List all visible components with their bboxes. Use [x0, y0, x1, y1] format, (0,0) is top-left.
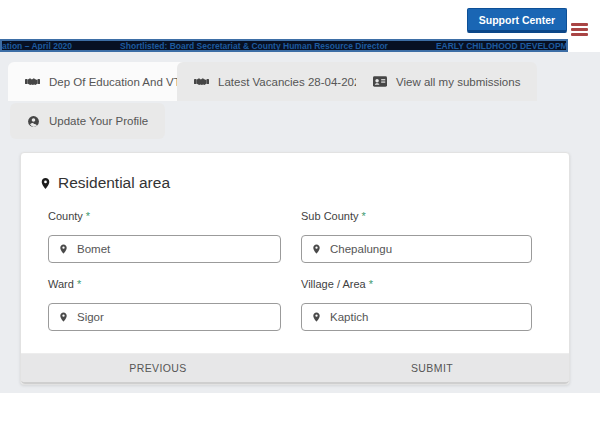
support-center-button[interactable]: Support Center — [467, 8, 567, 33]
hamburger-menu-icon[interactable] — [571, 23, 589, 37]
submit-button[interactable]: SUBMIT — [295, 354, 569, 382]
ticker-link-2[interactable]: Shortlisted: Board Secretariat & County … — [120, 41, 388, 51]
previous-button[interactable]: PREVIOUS — [21, 354, 295, 382]
tab-label: Update Your Profile — [49, 115, 148, 127]
account-icon — [27, 115, 40, 128]
sub-county-input-wrap — [301, 235, 532, 263]
tab-update-your-profile[interactable]: Update Your Profile — [10, 103, 165, 139]
card-title: Residential area — [39, 174, 170, 192]
sub-county-input[interactable] — [330, 243, 531, 255]
ticker-link-3[interactable]: EARLY CHILDHOOD DEVELOPMENT & EDUCATION … — [436, 41, 568, 51]
location-pin-icon — [311, 242, 322, 256]
village-area-input[interactable] — [330, 311, 531, 323]
ward-input[interactable] — [77, 311, 280, 323]
sub-county-label: Sub County* — [301, 210, 366, 222]
card-title-text: Residential area — [58, 174, 170, 192]
tab-label: Dep Of Education And VTC — [49, 76, 189, 88]
required-marker: * — [86, 210, 90, 222]
residential-area-card: Residential area County* Sub County* War… — [20, 152, 570, 385]
county-input[interactable] — [77, 243, 280, 255]
location-pin-icon — [58, 242, 69, 256]
news-ticker: ation – April 2020 Shortlisted: Board Se… — [0, 39, 568, 52]
handshake-icon — [25, 76, 40, 87]
ward-label: Ward* — [48, 278, 81, 290]
required-marker: * — [369, 278, 373, 290]
form-footer: PREVIOUS SUBMIT — [21, 353, 569, 384]
handshake-icon — [194, 76, 209, 87]
tab-label: View all my submissions — [396, 76, 520, 88]
tab-label: Latest Vacancies 28-04-2020 — [218, 76, 367, 88]
county-label: County* — [48, 210, 90, 222]
ward-input-wrap — [48, 303, 281, 331]
required-marker: * — [361, 210, 365, 222]
required-marker: * — [77, 278, 81, 290]
ticker-link-1[interactable]: ation – April 2020 — [2, 41, 72, 51]
village-area-label: Village / Area* — [301, 278, 373, 290]
county-input-wrap — [48, 235, 281, 263]
tab-view-all-submissions[interactable]: View all my submissions — [356, 62, 537, 101]
location-pin-icon — [39, 175, 52, 192]
village-area-input-wrap — [301, 303, 532, 331]
location-pin-icon — [58, 310, 69, 324]
location-pin-icon — [311, 310, 322, 324]
contact-card-icon — [373, 76, 387, 87]
tab-latest-vacancies[interactable]: Latest Vacancies 28-04-2020 — [177, 62, 384, 101]
